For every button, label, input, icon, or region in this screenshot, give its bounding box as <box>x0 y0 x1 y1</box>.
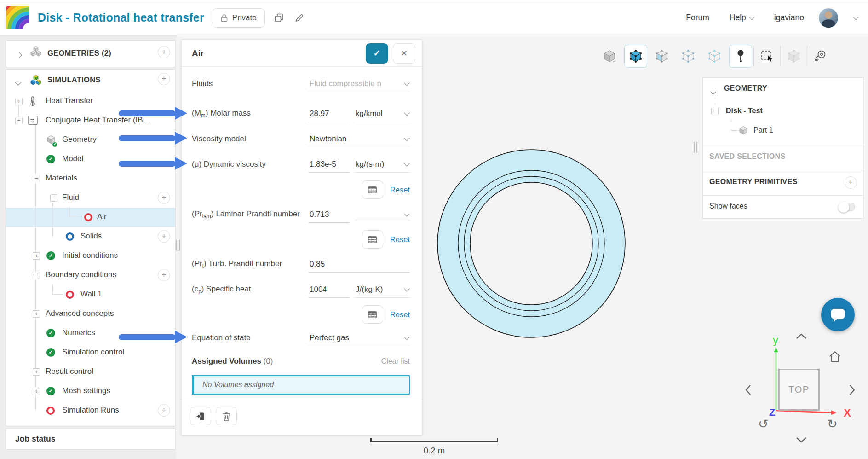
expand-icon[interactable]: + <box>15 98 23 105</box>
fluids-select[interactable]: Fluid compressible n <box>309 76 410 92</box>
panel-resize-handle[interactable] <box>694 142 697 153</box>
clear-list-link[interactable]: Clear list <box>381 357 410 366</box>
collapse-icon[interactable]: − <box>33 175 40 182</box>
add-geometry-button[interactable]: + <box>158 46 170 58</box>
add-simulation-button[interactable]: + <box>158 73 170 85</box>
geometry-primitives-section[interactable]: GEOMETRY PRIMITIVES + <box>703 170 863 195</box>
rotate-down-button[interactable] <box>795 436 808 446</box>
add-solid-button[interactable]: + <box>158 230 170 243</box>
molar-mass-unit-select[interactable]: kg/kmol <box>355 106 410 122</box>
rotate-right-button[interactable] <box>849 383 856 398</box>
field-label: (Prt) Turb. Prandtl number <box>192 259 309 269</box>
table-input-button[interactable] <box>362 305 383 324</box>
sidebar-item-wall-1[interactable]: Wall 1 <box>6 285 175 304</box>
top-header-bar: Disk - Rotational heat transfer Private … <box>0 0 868 35</box>
delete-button[interactable] <box>216 407 237 425</box>
sidebar-item-mesh-settings[interactable]: + Mesh settings <box>6 382 175 401</box>
equation-of-state-select[interactable]: Perfect gas <box>309 330 410 346</box>
reset-link[interactable]: Reset <box>390 186 410 194</box>
geometry-part-row[interactable]: Part 1 <box>703 121 863 141</box>
import-assignment-button[interactable] <box>190 407 211 425</box>
dynamic-viscosity-input[interactable]: 1.83e-5 <box>309 157 349 173</box>
roll-cw-button[interactable]: ↻ <box>827 417 838 431</box>
assigned-volumes-dropzone[interactable]: No Volumes assigned <box>192 375 410 395</box>
sidebar-item-advanced-concepts[interactable]: + Advanced concepts <box>6 304 175 324</box>
help-menu[interactable]: Help <box>730 13 754 23</box>
reset-link[interactable]: Reset <box>390 310 410 319</box>
box-select-tool[interactable] <box>754 44 780 69</box>
select-face-tool[interactable] <box>649 44 675 69</box>
select-edge-tool[interactable] <box>675 44 701 69</box>
support-chat-button[interactable] <box>821 298 855 331</box>
table-input-button[interactable] <box>362 180 383 199</box>
rotate-left-button[interactable] <box>744 383 752 398</box>
geometry-model-row[interactable]: − Disk - Test <box>703 102 863 122</box>
collapse-icon[interactable]: − <box>50 194 57 202</box>
measure-tool[interactable] <box>807 44 834 69</box>
forum-link[interactable]: Forum <box>686 13 709 23</box>
geometry-tree-header[interactable]: GEOMETRY <box>703 78 863 101</box>
sidebar-item-air[interactable]: Air <box>6 208 175 227</box>
sidebar-resize-handle[interactable] <box>176 240 180 251</box>
select-vertex-tool[interactable] <box>701 44 727 69</box>
add-boundary-condition-button[interactable]: + <box>158 269 170 281</box>
dynamic-viscosity-unit-select[interactable]: kg/(s·m) <box>355 157 410 173</box>
specific-heat-actions: Reset <box>182 302 422 326</box>
hide-selection-tool-disabled[interactable] <box>781 44 807 69</box>
viscosity-model-select[interactable]: Newtonian <box>309 131 410 147</box>
add-simulation-run-button[interactable]: + <box>158 404 170 417</box>
chevron-down-icon[interactable] <box>16 78 20 87</box>
sidebar-item-simulation-runs[interactable]: Simulation Runs + <box>6 401 175 420</box>
chevron-right-icon[interactable] <box>17 51 21 59</box>
sidebar-item-simulations[interactable]: SIMULATIONS + <box>6 70 175 92</box>
roll-ccw-button[interactable]: ↺ <box>758 417 769 431</box>
turbulent-prandtl-input[interactable]: 0.85 <box>309 256 410 273</box>
reset-link[interactable]: Reset <box>390 235 410 244</box>
sidebar-item-initial-conditions[interactable]: + Initial conditions <box>6 246 175 266</box>
edit-project-button[interactable] <box>293 12 305 24</box>
sidebar-item-boundary-conditions[interactable]: − Boundary conditions + <box>6 266 175 285</box>
saved-selections-section[interactable]: SAVED SELECTIONS <box>703 145 863 170</box>
item-label: Boundary conditions <box>46 270 116 279</box>
select-volume-tool[interactable] <box>596 44 622 69</box>
chevron-down-icon[interactable] <box>711 87 715 96</box>
laminar-prandtl-unit-select[interactable] <box>355 209 410 220</box>
collapse-icon[interactable]: − <box>15 117 23 124</box>
table-input-button[interactable] <box>362 230 383 249</box>
view-cube-top-face[interactable]: TOP <box>778 369 820 411</box>
sidebar-item-simulation-control[interactable]: Simulation control <box>6 343 175 362</box>
specific-heat-input[interactable]: 1004 <box>309 282 349 298</box>
expand-icon[interactable]: + <box>33 368 40 376</box>
job-status-panel[interactable]: Job status <box>6 428 176 450</box>
select-body-tool-active[interactable] <box>622 44 649 69</box>
apply-button[interactable]: ✓ <box>366 43 388 64</box>
show-faces-toggle[interactable] <box>838 203 855 211</box>
home-view-button[interactable] <box>828 350 842 366</box>
laminar-prandtl-input[interactable]: 0.713 <box>309 207 349 223</box>
disk-geometry[interactable] <box>437 149 626 338</box>
sidebar-item-fluid[interactable]: − Fluid + <box>6 188 175 208</box>
sidebar-item-result-control[interactable]: + Result control <box>6 362 175 382</box>
sidebar-item-geometries[interactable]: GEOMETRIES (2) + <box>6 43 175 65</box>
probe-point-tool-active[interactable] <box>727 44 753 69</box>
sidebar-item-materials[interactable]: − Materials <box>6 169 175 188</box>
simscale-logo[interactable] <box>6 6 29 29</box>
collapse-icon[interactable]: − <box>33 272 40 279</box>
sidebar-item-solids[interactable]: Solids + <box>6 227 175 246</box>
add-fluid-button[interactable]: + <box>158 192 170 204</box>
rotate-up-button[interactable] <box>795 332 808 342</box>
expand-icon[interactable]: + <box>33 388 40 395</box>
cube-disabled-icon <box>787 49 801 63</box>
add-primitive-button[interactable]: + <box>845 176 857 189</box>
expand-icon[interactable]: + <box>33 310 40 318</box>
cancel-button[interactable]: ✕ <box>393 43 415 64</box>
collapse-icon[interactable]: − <box>711 108 719 115</box>
expand-icon[interactable]: + <box>33 252 40 260</box>
user-menu-chevron-icon[interactable] <box>853 14 859 20</box>
specific-heat-unit-select[interactable]: J/(kg·K) <box>355 282 410 298</box>
molar-mass-input[interactable]: 28.97 <box>309 106 349 122</box>
copy-project-button[interactable] <box>273 12 285 24</box>
user-avatar[interactable] <box>819 8 838 28</box>
incomplete-red-icon <box>46 407 55 415</box>
privacy-badge[interactable]: Private <box>213 8 265 28</box>
